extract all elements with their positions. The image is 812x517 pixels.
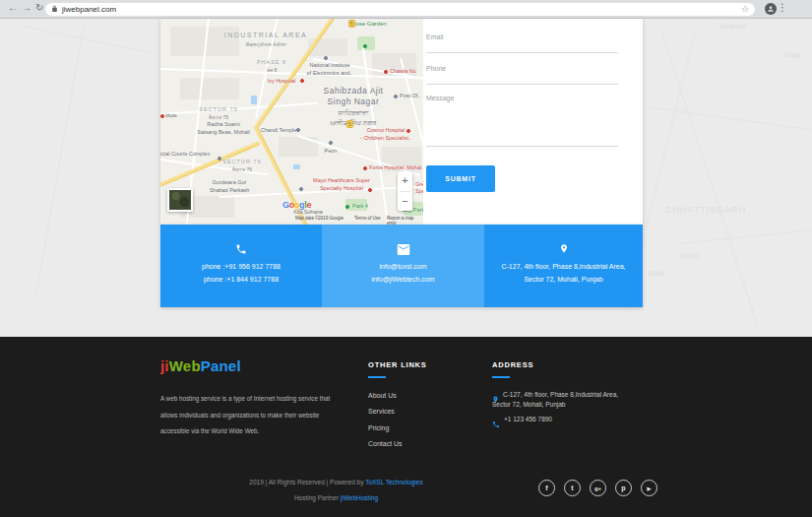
url-bar[interactable]: jiwebpanel.com ☆ [45, 3, 755, 16]
copyright-line: 2019 | All Rights Reserved | Powered by … [160, 479, 512, 485]
footer-description-3: accessible via the World Wide Web. [160, 427, 259, 434]
map-pin-chawla [384, 70, 388, 74]
map-label-mayo-2: Specialty Hospital [320, 185, 363, 192]
footer-link-about-us[interactable]: About Us [368, 392, 397, 399]
phone-input[interactable] [426, 84, 618, 85]
zoom-out-button[interactable]: − [398, 192, 412, 212]
map-label-industrial-area: INDUSTRIAL AREA [224, 31, 307, 39]
phone-icon [235, 241, 247, 259]
map-pin-chandi [296, 128, 300, 132]
envelope-icon [397, 241, 409, 259]
map-pin-institute [160, 114, 164, 118]
google-map[interactable]: Rose Garden INDUSTRIAL AREA ਇੰਡਸਟ੍ਰੀਅਲ ਏ… [160, 19, 423, 225]
map-road [160, 102, 318, 115]
map-terms-link[interactable]: Terms of Use [354, 216, 381, 221]
watermark-gaya: Gaya [784, 51, 801, 58]
contact-email-section: info@toxsl.com info@jiWebtech.com [322, 225, 484, 307]
profile-avatar[interactable] [765, 3, 777, 15]
map-label-gurdwara-1: Gurdwara Gur [213, 179, 247, 186]
map-label-national-institute: National Institute [310, 62, 350, 69]
footer-link-pricing[interactable]: Pricing [368, 424, 389, 431]
zoom-in-button[interactable]: + [398, 171, 412, 191]
pinterest-icon[interactable]: p [615, 480, 632, 496]
watermark-road [35, 27, 85, 298]
map-label-fortis: Fortis Hospital, Mohal [369, 164, 421, 171]
map-pin-post-office [394, 95, 398, 98]
contact-email-1[interactable]: info@toxsl.com [322, 263, 484, 270]
forward-icon[interactable]: → [22, 2, 31, 13]
map-label-industrial-area-pa: ਇੰਡਸਟ੍ਰੀਅਲ ਏਰੀਆ [245, 41, 285, 48]
watermark-raipur: Raipur [680, 252, 699, 259]
map-label-institute-partial: titute [165, 112, 177, 119]
map-label-cosmo-2: - Children Specialist.. [360, 135, 411, 142]
bookmark-star-icon[interactable]: ☆ [741, 4, 749, 14]
google-logo: Google [282, 200, 311, 210]
map-label-radha-1: Radha Soami [207, 121, 239, 128]
person-icon [767, 5, 775, 13]
contact-address-2: Sector 72, Mohali, Punjab [484, 276, 643, 283]
logo-ji: ji [160, 357, 169, 374]
map-label-courts: icial Courts Complex [160, 151, 210, 158]
footer-phone-number: +1 123 456 7890 [504, 416, 552, 422]
map-pin-rose-garden [363, 44, 367, 48]
map-label-sahibzada-2: Singh Nagar [328, 97, 380, 107]
submit-button[interactable]: SUBMIT [426, 165, 495, 192]
contact-info-bar: phone :+91 956 912 7788 phone :+1 844 91… [160, 225, 643, 307]
map-label-cosmo-1: Cosmo Hospital [367, 127, 406, 134]
map-label-sahibzada-pa1: ਸਾਹਿਬਜ਼ਾਦਾ [339, 108, 369, 117]
browser-window: ← → ↻ jiwebpanel.com ☆ ⋮ Varanasi Gaya C… [0, 0, 812, 517]
watermark-road [651, 107, 812, 131]
twitter-icon[interactable]: t [564, 480, 581, 496]
map-route-shield: 5 [346, 120, 353, 128]
google-plus-icon[interactable]: g+ [590, 480, 606, 496]
facebook-icon[interactable]: f [538, 480, 555, 496]
footer-description-2: allows individuals and organizations to … [160, 412, 319, 419]
copyright-text: 2019 | All Rights Reserved | Powered by [249, 479, 365, 485]
footer: jiWebPanel A web hosting service is a ty… [0, 337, 812, 517]
contact-address-1: C-127, 4th floor, Phase 8,Industrial Are… [484, 263, 643, 270]
browser-toolbar: ← → ↻ jiwebpanel.com ☆ ⋮ [0, 0, 812, 19]
satellite-toggle-thumbnail[interactable] [167, 188, 193, 212]
footer-link-contact-us[interactable]: Contact Us [368, 440, 403, 447]
footer-link-services[interactable]: Services [368, 408, 395, 415]
map-pin-fortis [363, 166, 367, 170]
message-input[interactable] [426, 146, 618, 147]
jiwebhosting-link[interactable]: jiWebHosting [341, 494, 378, 501]
map-label-mayo-1: Mayo Healthcare Super [313, 177, 370, 184]
browser-menu-icon[interactable]: ⋮ [778, 2, 787, 13]
map-label-post-office: Post Of.. [400, 93, 420, 99]
map-label-park4: Park 4 [352, 203, 368, 210]
map-label-sector75: SECTOR 75 [199, 106, 237, 113]
other-links-underline [368, 376, 386, 378]
watermark-varanasi: Varanasi [719, 23, 746, 30]
map-pin-gurdwara [299, 187, 303, 191]
map-label-gurdwara-2: Shabad Parkash [210, 187, 250, 194]
map-label-sector76-pa: ਸੈਕਟਰ 76 [232, 166, 252, 173]
reload-icon[interactable]: ↻ [35, 2, 43, 13]
logo-panel: Panel [201, 357, 241, 374]
map-pin-cosmo [406, 129, 410, 133]
watermark-road [660, 28, 759, 328]
map-label-phase8-pa: ਫੇਜ਼ 8 [267, 67, 278, 74]
contact-email-2[interactable]: info@jiWebtech.com [322, 276, 484, 283]
toxsl-link[interactable]: ToXSL Technologies [365, 479, 423, 485]
contact-phone-2: phone :+1 844 912 7788 [160, 276, 322, 283]
footer-address-2: Sector 72, Mohali, Punjab [492, 401, 565, 408]
email-input[interactable] [426, 52, 618, 53]
map-report-link[interactable]: Report a map error [387, 216, 423, 225]
map-park [357, 36, 375, 50]
youtube-icon[interactable]: ▶ [641, 480, 657, 496]
map-label-spe: Spe [415, 188, 423, 195]
map-pin-park4 [345, 205, 349, 209]
map-pin-national-institute [324, 56, 328, 60]
footer-description-1: A web hosting service is a type of Inter… [160, 395, 330, 402]
map-label-rose-garden: Rose Garden [351, 21, 387, 29]
map-pin-mayo [368, 188, 372, 192]
back-icon[interactable]: ← [8, 2, 18, 13]
map-pin-ivy-hospital [300, 79, 304, 83]
google-logo-letter: G [282, 200, 289, 210]
watermark-chhattisgarh: CHHATTISGARH [665, 205, 746, 215]
url-text: jiwebpanel.com [62, 5, 741, 14]
google-logo-letter: e [307, 200, 312, 210]
map-water [251, 96, 257, 104]
